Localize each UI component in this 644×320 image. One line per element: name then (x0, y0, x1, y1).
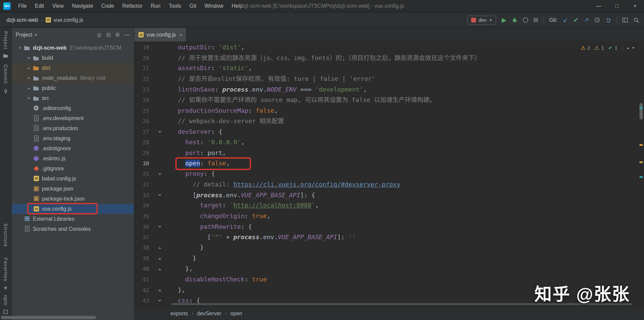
menu-item-run[interactable]: Run (147, 0, 165, 12)
tree-item-eslintignore[interactable]: .eslintignore (11, 143, 134, 153)
hide-panel-icon[interactable]: ― (124, 32, 130, 38)
line-number[interactable]: 37 (134, 232, 149, 243)
tool-window-button-favorites[interactable]: Favorites (3, 258, 8, 281)
code-line-23[interactable]: 23lintOnSave: process.env.NODE_ENV === '… (134, 85, 638, 95)
gutter-fold-area[interactable] (149, 222, 170, 232)
gutter-fold-area[interactable] (149, 243, 170, 253)
menu-item-tools[interactable]: Tools (165, 0, 185, 12)
tree-collapsed-arrow-icon[interactable]: ▸ (25, 66, 33, 70)
fold-open-icon[interactable] (158, 131, 161, 133)
gutter-fold-area[interactable] (149, 274, 170, 285)
fold-close-icon[interactable] (158, 247, 161, 249)
next-issue-icon[interactable]: ▼ (632, 46, 635, 50)
line-number[interactable]: 25 (134, 106, 149, 116)
code-line-29[interactable]: 29port: port, (134, 148, 638, 158)
layout-button[interactable] (622, 17, 628, 22)
git-update-button[interactable]: ↙ (563, 17, 568, 23)
tree-item-dist[interactable]: ▸dist (11, 63, 134, 73)
gutter-fold-area[interactable] (149, 53, 170, 63)
line-number[interactable]: 39 (134, 253, 149, 264)
gutter-fold-area[interactable] (149, 116, 170, 126)
tool-window-button-commit[interactable]: Commit (3, 65, 8, 84)
inspections-widget[interactable]: ⚠ 2 ⚠ 1 ✔ 1 ▲ ▼ (581, 45, 635, 51)
tree-item-eslintrc-js[interactable]: .eslintrc.js (11, 153, 134, 163)
stop-button[interactable] (534, 18, 538, 22)
fold-close-icon[interactable] (158, 258, 161, 260)
code-line-28[interactable]: 28host: '0.0.0.0', (134, 137, 638, 148)
code-line-26[interactable]: 26// webpack-dev-server 相关配置 (134, 116, 638, 126)
line-number[interactable]: 40 (134, 264, 149, 274)
line-number[interactable]: 20 (134, 53, 149, 63)
gutter-fold-area[interactable] (149, 169, 170, 179)
vertical-scrollbar[interactable] (640, 103, 643, 119)
menu-item-file[interactable]: File (14, 0, 31, 12)
gutter-fold-area[interactable] (149, 190, 170, 200)
code-line-27[interactable]: 27devServer: { (134, 127, 638, 137)
fold-open-icon[interactable] (158, 226, 161, 228)
project-panel-title[interactable]: Project (16, 32, 33, 38)
gutter-fold-area[interactable] (149, 42, 170, 53)
line-number[interactable]: 38 (134, 243, 149, 253)
tree-collapsed-arrow-icon[interactable]: ▸ (25, 86, 33, 90)
gutter-fold-area[interactable] (149, 63, 170, 74)
gutter-fold-area[interactable] (149, 85, 170, 95)
line-number[interactable]: 26 (134, 116, 149, 126)
tree-item-scratches-and-consoles[interactable]: Scratches and Consoles (11, 224, 134, 234)
project-hscrollbar[interactable] (1, 316, 96, 319)
chevron-down-icon[interactable]: ▼ (34, 33, 38, 37)
tree-item-babel-config-js[interactable]: JSbabel.config.js (11, 173, 134, 183)
tree-item-editorconfig[interactable]: .editorconfig (11, 103, 134, 113)
line-number[interactable]: 43 (134, 296, 149, 306)
rollback-button[interactable] (605, 17, 611, 23)
tree-item-public[interactable]: ▸public (11, 83, 134, 93)
line-number[interactable]: 35 (134, 211, 149, 221)
tree-collapsed-arrow-icon[interactable]: ▸ (25, 56, 33, 60)
commit-icon[interactable] (3, 88, 8, 94)
gutter-fold-area[interactable] (149, 137, 170, 148)
code-line-32[interactable]: 32// detail: https://cli.vuejs.org/confi… (134, 179, 638, 190)
gutter-fold-area[interactable] (149, 264, 170, 274)
code-line-37[interactable]: 37['^' + process.env.VUE_APP_BASE_API]: … (134, 232, 638, 243)
tree-collapsed-arrow-icon[interactable]: ▸ (25, 76, 33, 80)
tree-item-build[interactable]: ▸build (11, 53, 134, 63)
tree-item-env-staging[interactable]: .env.staging (11, 133, 134, 143)
line-number[interactable]: 30 (134, 158, 149, 169)
close-button[interactable]: × (626, 0, 644, 12)
breadcrumb-file[interactable]: vue.config.js (54, 17, 83, 23)
folder-icon[interactable] (3, 54, 8, 58)
gutter-fold-area[interactable] (149, 148, 170, 158)
line-number[interactable]: 31 (134, 169, 149, 179)
code-line-22[interactable]: 22// 是否开启eslint保存检测, 有效值: ture | false |… (134, 74, 638, 84)
gutter-fold-area[interactable] (149, 74, 170, 84)
gutter-fold-area[interactable] (149, 158, 170, 169)
line-number[interactable]: 22 (134, 74, 149, 84)
tree-item-package-json[interactable]: {}package.json (11, 183, 134, 194)
code-line-21[interactable]: 21assetsDir: 'static', (134, 63, 638, 74)
run-button[interactable]: ▶ (502, 17, 506, 23)
code-line-33[interactable]: 33[process.env.VUE_APP_BASE_API]: { (134, 190, 638, 200)
code-line-40[interactable]: 40}, (134, 264, 638, 274)
gutter-fold-area[interactable] (149, 285, 170, 296)
git-commit-button[interactable]: ✔ (573, 17, 578, 23)
editor[interactable]: 19outputDir: 'dist',20// 用于放置生成的静态资源（js、… (134, 42, 644, 307)
line-number[interactable]: 41 (134, 274, 149, 285)
collapse-all-icon[interactable]: ⊟ (106, 32, 110, 38)
breadcrumb-devserver[interactable]: devServer (197, 310, 221, 316)
line-number[interactable]: 42 (134, 285, 149, 296)
tree-item-vue-config-js[interactable]: JSvue.config.js (11, 204, 134, 214)
error-stripe[interactable] (638, 42, 644, 307)
tree-item-dzjt-scm-web[interactable]: ▾dzjt-scm-webE:\workspace\JTSCM (11, 43, 134, 53)
gutter-fold-area[interactable] (149, 179, 170, 190)
line-number[interactable]: 27 (134, 127, 149, 137)
line-number[interactable]: 29 (134, 148, 149, 158)
package-box-icon[interactable] (3, 310, 8, 314)
menu-item-view[interactable]: View (48, 0, 68, 12)
line-number[interactable]: 33 (134, 190, 149, 200)
fold-open-icon[interactable] (158, 300, 161, 302)
menu-item-window[interactable]: Window (200, 0, 227, 12)
gear-icon[interactable]: ⚙ (115, 32, 120, 38)
history-button[interactable] (594, 17, 600, 23)
menu-item-code[interactable]: Code (97, 0, 118, 12)
breadcrumb-open[interactable]: open (230, 310, 242, 316)
line-number[interactable]: 24 (134, 95, 149, 105)
